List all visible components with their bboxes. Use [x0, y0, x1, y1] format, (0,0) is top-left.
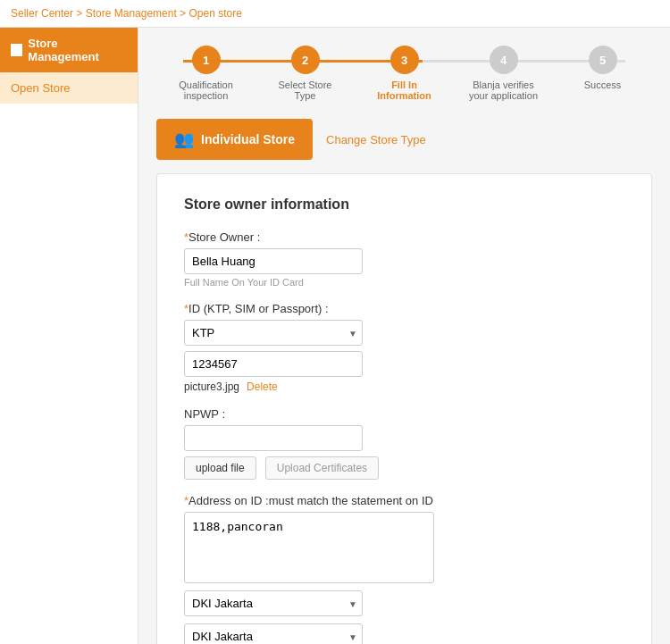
breadcrumb-sep2: >	[177, 7, 189, 20]
id-type-group: *ID (KTP, SIM or Passport) : KTP SIM Pas…	[184, 302, 624, 393]
store-owner-hint: Full Name On Your ID Card	[184, 277, 624, 288]
sidebar-header-icon	[11, 44, 22, 56]
breadcrumb: Seller Center > Store Management > Open …	[0, 0, 670, 28]
sidebar-item-open-store[interactable]: Open Store	[0, 72, 138, 104]
store-owner-label-text: Store Owner :	[188, 230, 260, 244]
sidebar-header-label: Store Management	[28, 37, 127, 63]
address-label-text: Address on ID :must match the statement …	[188, 494, 433, 507]
address-label: *Address on ID :must match the statement…	[184, 494, 624, 507]
form-card: Store owner information *Store Owner : F…	[156, 173, 652, 644]
province-select-wrapper: DKI Jakarta ▼	[184, 590, 363, 616]
id-file-name: picture3.jpg	[184, 381, 239, 393]
store-type-bar: 👥 Individual Store Change Store Type	[156, 119, 652, 160]
id-file-delete-link[interactable]: Delete	[247, 381, 278, 393]
city-select[interactable]: DKI Jakarta	[184, 623, 363, 644]
individual-store-button[interactable]: 👥 Individual Store	[156, 119, 313, 160]
step-1-circle: 1	[192, 46, 221, 74]
id-file-info: picture3.jpg Delete	[184, 381, 624, 393]
step-3: 3 Fill In Information	[355, 46, 454, 101]
main-content: 1 Qualification inspection 2 Select Stor…	[138, 28, 670, 644]
store-owner-input[interactable]	[184, 248, 363, 274]
address-textarea[interactable]: 1188,pancoran	[184, 512, 434, 583]
change-store-type-link[interactable]: Change Store Type	[326, 133, 426, 146]
step-1-label: Qualification inspection	[171, 79, 242, 101]
progress-steps: 1 Qualification inspection 2 Select Stor…	[156, 46, 652, 101]
npwp-input[interactable]	[184, 425, 363, 451]
step-1: 1 Qualification inspection	[156, 46, 255, 101]
step-4: 4 Blanja verifies your application	[454, 46, 553, 101]
step-2-circle: 2	[291, 46, 320, 74]
id-number-input[interactable]	[184, 351, 363, 377]
step-2: 2 Select Store Type	[255, 46, 355, 101]
breadcrumb-current: Open store	[188, 7, 241, 20]
breadcrumb-section: Store Management	[86, 7, 177, 20]
breadcrumb-root: Seller Center	[11, 7, 73, 20]
city-select-wrapper: DKI Jakarta ▼	[184, 623, 363, 644]
form-title: Store owner information	[184, 197, 624, 213]
step-5-label: Success	[584, 79, 622, 90]
step-4-label: Blanja verifies your application	[468, 79, 540, 101]
step-3-label: Fill In Information	[369, 79, 440, 101]
store-type-label: Individual Store	[201, 132, 295, 146]
progress-bar: 1 Qualification inspection 2 Select Stor…	[156, 46, 652, 101]
upload-file-button[interactable]: upload file	[184, 456, 256, 480]
id-label: *ID (KTP, SIM or Passport) :	[184, 302, 624, 315]
step-5: 5 Success	[553, 46, 652, 101]
upload-row: upload file Upload Certificates	[184, 456, 624, 480]
step-4-circle: 4	[490, 46, 518, 74]
province-select[interactable]: DKI Jakarta	[184, 590, 363, 616]
id-type-select[interactable]: KTP SIM Passport	[184, 320, 363, 346]
sidebar: Store Management Open Store	[0, 28, 138, 644]
step-3-circle: 3	[390, 46, 419, 74]
npwp-group: NPWP : upload file Upload Certificates	[184, 407, 624, 480]
breadcrumb-sep1: >	[73, 7, 86, 20]
store-owner-label: *Store Owner :	[184, 230, 624, 244]
id-type-select-wrapper: KTP SIM Passport ▼	[184, 320, 363, 346]
id-label-text: ID (KTP, SIM or Passport) :	[188, 302, 329, 315]
store-owner-group: *Store Owner : Full Name On Your ID Card	[184, 230, 624, 288]
address-selects: DKI Jakarta ▼ DKI Jakarta ▼ Jakarta	[184, 590, 624, 644]
step-2-label: Select Store Type	[270, 79, 341, 101]
address-group: *Address on ID :must match the statement…	[184, 494, 624, 644]
upload-certificates-button[interactable]: Upload Certificates	[265, 456, 379, 480]
sidebar-header: Store Management	[0, 28, 138, 72]
people-icon: 👥	[174, 130, 194, 149]
step-5-circle: 5	[589, 46, 617, 74]
npwp-label: NPWP :	[184, 407, 624, 421]
